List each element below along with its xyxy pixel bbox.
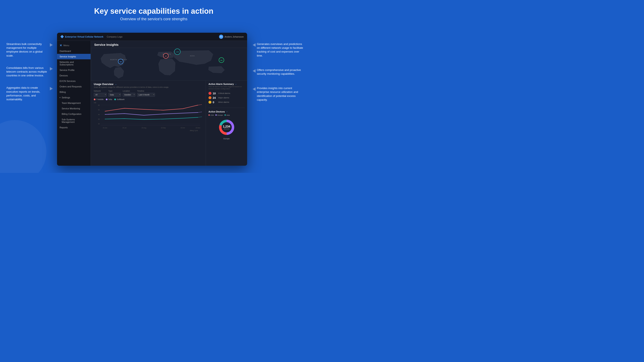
- sidebar-item-service-profile[interactable]: Service Profile: [57, 67, 90, 73]
- svg-text:20: 20: [98, 123, 100, 124]
- sidebar-item-sub-systems-management[interactable]: Sub-Systems Management: [57, 117, 90, 125]
- filter-timeline: Timeline Last 6 Month Last 3 Month Last …: [137, 90, 155, 97]
- sidebar-item-team-management[interactable]: Team Management: [57, 100, 90, 106]
- type-select[interactable]: Data Voice SMS: [108, 93, 121, 97]
- app-body: ✕ Menu Dashboard Service Insights Networ…: [57, 41, 247, 166]
- network-select[interactable]: All T-Mobile Telia SoftBank: [94, 93, 107, 97]
- menu-label: Menu: [63, 44, 69, 47]
- sidebar: ✕ Menu Dashboard Service Insights Networ…: [57, 41, 91, 166]
- svg-text:15-Aug: 15-Aug: [142, 127, 146, 129]
- usage-panel: Usage Overview → Scan all system usage f…: [91, 81, 206, 166]
- app-logo: Enterprise Virtual Cellular Network: [60, 35, 103, 38]
- alarm-icon-critical: [208, 92, 212, 95]
- content-header: Service Insights: [91, 41, 247, 48]
- app-name: Enterprise Virtual Cellular Network: [65, 35, 103, 38]
- svg-text:40: 40: [98, 114, 100, 115]
- menu-close-icon: ✕: [60, 44, 62, 47]
- sidebar-item-service-insights[interactable]: Service Insights: [57, 54, 90, 59]
- legend-softbank: SoftBank: [114, 98, 124, 100]
- sidebar-item-reports[interactable]: Reports: [57, 125, 90, 130]
- donut-container: 1,234 devices Europe: [208, 118, 244, 140]
- svg-text:60: 60: [98, 104, 100, 106]
- sidebar-menu-header[interactable]: ✕ Menu: [57, 42, 90, 48]
- app-window: Enterprise Virtual Cellular Network Comp…: [57, 33, 247, 166]
- svg-text:996: 996: [220, 60, 222, 61]
- sidebar-item-dashboard[interactable]: Dashboard: [57, 48, 90, 54]
- alarm-subtitle: View all alarms has been triggered based…: [208, 86, 244, 90]
- sidebar-item-settings[interactable]: ▾ Settings: [57, 95, 90, 100]
- company-logo: Company Logo: [107, 35, 122, 38]
- usage-chart: 60 50 40 30 20 15-Jun 15-Jul 15-Aug 15-S…: [94, 104, 203, 133]
- devices-unit: devices: [223, 128, 230, 130]
- alarm-count-minor: 0: [213, 101, 217, 104]
- donut-center: 1,234 devices: [223, 125, 230, 130]
- filter-location: Location Sweden USA Europe Asia: [123, 90, 136, 97]
- alarm-label-minor: Minor alarms: [218, 101, 229, 103]
- usage-overview-link[interactable]: →: [115, 83, 117, 85]
- chevron-down-icon: ▾: [60, 97, 60, 99]
- right-panel: Active Alarm Summary → View all alarms h…: [206, 81, 247, 166]
- svg-text:50: 50: [98, 109, 100, 111]
- svg-text:187: 187: [165, 55, 167, 57]
- alarm-label-critical: Critical alarms: [218, 92, 230, 94]
- chart-container: GB 60 50 40 30: [94, 102, 203, 164]
- left-annotation-1: Streamlines bulk connectivity management…: [6, 42, 48, 58]
- filter-network: Network All T-Mobile Telia SoftBank: [94, 90, 107, 97]
- left-annotation-2: Consolidates bills from various telecom …: [6, 66, 48, 78]
- devices-count: 1,234: [223, 125, 230, 128]
- user-avatar: AJ: [219, 35, 223, 39]
- world-map: NORTH AMERICA EUROPE ASIA 556 187 1,234 …: [91, 48, 247, 80]
- device-legend-usa: USA: [208, 114, 214, 116]
- map-area: NORTH AMERICA EUROPE ASIA 556 187 1,234 …: [91, 48, 247, 81]
- sidebar-item-evcn-services[interactable]: EVCN Services: [57, 78, 90, 84]
- right-annotation-2: Offers comprehensive and proactive secur…: [257, 68, 303, 76]
- sidebar-item-networks-subscriptions[interactable]: Networks and Subscriptions: [57, 59, 90, 67]
- legend-dot-usa: [208, 114, 210, 116]
- sidebar-item-billing-configuration[interactable]: Billing Configuration: [57, 111, 90, 117]
- svg-text:1,234: 1,234: [176, 51, 179, 52]
- legend-telia: Telia: [106, 98, 112, 100]
- alarm-critical: 10 Critical alarms: [208, 92, 244, 95]
- legend-tmobile: T-Mobile: [94, 98, 104, 100]
- left-annotation-3: Aggregates data to create executive repo…: [6, 86, 48, 101]
- svg-text:15-Oct: 15-Oct: [180, 127, 185, 129]
- alarm-minor: 0 Minor alarms: [208, 101, 244, 104]
- sidebar-item-service-monitoring[interactable]: Service Monitoring: [57, 106, 90, 111]
- svg-text:556: 556: [120, 61, 122, 62]
- alarm-count-major: 24: [213, 96, 217, 99]
- alarm-major: 24 Major alarms: [208, 96, 244, 99]
- location-select[interactable]: Sweden USA Europe Asia: [123, 93, 136, 97]
- top-bar: Enterprise Virtual Cellular Network Comp…: [57, 33, 247, 41]
- sidebar-item-orders-requests[interactable]: Orders and Requests: [57, 84, 90, 89]
- legend-dot-europe: [216, 114, 217, 116]
- svg-text:15-Sep: 15-Sep: [161, 127, 166, 129]
- devices-link[interactable]: →: [226, 110, 228, 113]
- device-legend-asia: Asia: [224, 114, 230, 116]
- svg-text:Billing Cycle: Billing Cycle: [190, 130, 198, 131]
- page-subtitle: Overview of the service's core strengths: [0, 17, 308, 21]
- user-name: Anders Johansson: [224, 35, 244, 38]
- right-annotations: Generates overviews and predictions on d…: [257, 42, 303, 112]
- main-content: Service Insights: [91, 41, 247, 166]
- devices-title: Active Devices →: [208, 110, 244, 113]
- alarm-link[interactable]: →: [235, 83, 237, 85]
- alarm-count-critical: 10: [213, 92, 217, 95]
- filter-type: Type Data Voice SMS: [108, 90, 121, 97]
- logo-icon: [60, 35, 64, 38]
- svg-text:15-Jul: 15-Jul: [122, 127, 126, 129]
- donut-chart: 1,234 devices: [217, 118, 236, 137]
- chart-legend: T-Mobile Telia SoftBank: [94, 98, 203, 100]
- svg-text:30: 30: [98, 118, 100, 120]
- devices-section: Active Devices → USA Europe: [208, 110, 244, 140]
- alarm-icon-major: [208, 96, 212, 99]
- right-annotation-3: Provides insights into current enterpris…: [257, 86, 303, 102]
- right-annotation-1: Generates overviews and predictions on d…: [257, 42, 303, 58]
- user-info: AJ Anders Johansson: [219, 35, 244, 39]
- alarm-icon-minor: [208, 101, 212, 104]
- sidebar-item-devices[interactable]: Devices: [57, 73, 90, 78]
- device-legend: USA Europe Asia: [208, 114, 244, 116]
- sidebar-item-billing[interactable]: Billing: [57, 89, 90, 95]
- timeline-select[interactable]: Last 6 Month Last 3 Month Last Year: [137, 93, 155, 97]
- bottom-split: Usage Overview → Scan all system usage f…: [91, 81, 247, 166]
- usage-panel-subtitle: Scan all system usage for different serv…: [94, 86, 203, 88]
